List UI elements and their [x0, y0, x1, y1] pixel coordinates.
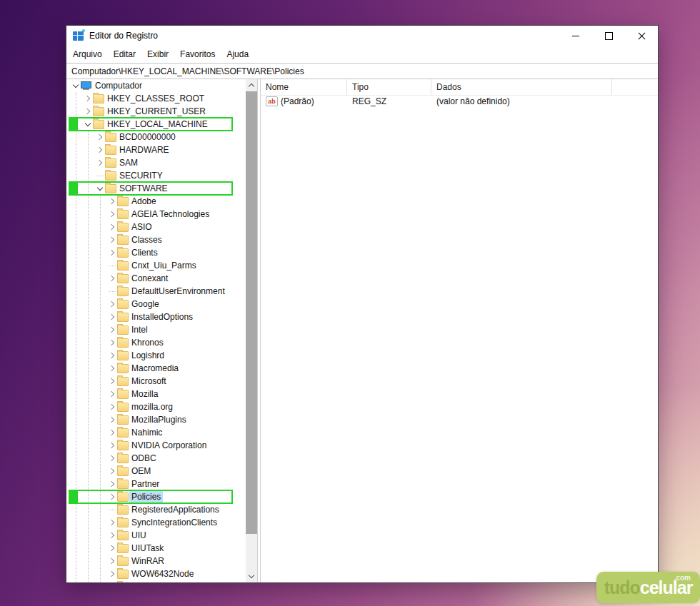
expand-chevron-icon[interactable] — [107, 440, 117, 450]
tree-item-label: UIUTask — [131, 543, 164, 553]
tree-item-odbc[interactable]: ODBC — [66, 452, 246, 465]
expand-chevron-icon[interactable] — [107, 543, 117, 553]
tree-pane: Computador HKEY_CLASSES_ROOT HKEY_CURREN… — [66, 79, 258, 582]
tree-item-clients[interactable]: Clients — [66, 246, 246, 259]
expand-chevron-icon[interactable] — [107, 402, 117, 412]
tree-item-syncintegrationclients[interactable]: SyncIntegrationClients — [66, 516, 246, 529]
expand-chevron-icon[interactable] — [107, 492, 117, 502]
expand-chevron-icon[interactable] — [107, 338, 117, 348]
tree-item-khronos[interactable]: Khronos — [66, 336, 246, 349]
tree-item-security[interactable]: SECURITY — [66, 169, 246, 182]
folder-icon — [105, 183, 117, 193]
expand-chevron-icon[interactable] — [107, 556, 117, 566]
tree-item-macromedia[interactable]: Macromedia — [66, 362, 246, 375]
tree-item-mozilla[interactable]: Mozilla — [66, 388, 246, 400]
tree-item-label: OEM — [131, 466, 151, 476]
expand-chevron-icon[interactable] — [107, 235, 117, 245]
expand-chevron-icon[interactable] — [107, 196, 117, 206]
menu-item-editar[interactable]: Editar — [108, 46, 141, 63]
tree-item-label: mozilla.org — [131, 402, 173, 412]
tree-item-microsoft[interactable]: Microsoft — [66, 375, 246, 388]
tree-scrollbar[interactable] — [246, 79, 257, 582]
expand-chevron-icon[interactable] — [107, 222, 117, 232]
tree-item-google[interactable]: Google — [66, 298, 246, 310]
column-header-tipo[interactable]: Tipo — [347, 79, 431, 95]
menu-item-favoritos[interactable]: Favoritos — [174, 46, 221, 63]
tree-item-nahimic[interactable]: Nahimic — [66, 426, 246, 439]
value-rows: ab(Padrão) REG_SZ (valor não definido) — [261, 95, 658, 582]
expand-chevron-icon[interactable] — [107, 415, 117, 425]
scroll-down-icon[interactable] — [246, 570, 257, 582]
expand-chevron-icon[interactable] — [107, 428, 117, 438]
expand-chevron-icon[interactable] — [107, 569, 117, 579]
tree-item-adobe[interactable]: Adobe — [66, 195, 246, 208]
tree-item-hkey-classes-root[interactable]: HKEY_CLASSES_ROOT — [66, 92, 246, 105]
expand-chevron-icon[interactable] — [107, 363, 117, 373]
tree-item-oem[interactable]: OEM — [66, 465, 246, 478]
expand-chevron-icon[interactable] — [95, 132, 105, 142]
tree-item-conexant[interactable]: Conexant — [66, 272, 246, 285]
expand-chevron-icon[interactable] — [107, 248, 117, 258]
tree-item-partner[interactable]: Partner — [66, 478, 246, 490]
expand-chevron-icon[interactable] — [95, 145, 105, 155]
tree-item-policies[interactable]: Policies — [66, 490, 246, 503]
tree-item-classes[interactable]: Classes — [66, 233, 246, 246]
expand-chevron-icon[interactable] — [107, 453, 117, 463]
expand-chevron-icon[interactable] — [71, 81, 81, 91]
expand-chevron-icon[interactable] — [95, 183, 105, 193]
tree-item-sam[interactable]: SAM — [66, 156, 246, 169]
expand-chevron-icon[interactable] — [107, 273, 117, 283]
expand-chevron-icon[interactable] — [107, 376, 117, 386]
expand-chevron-icon[interactable] — [107, 312, 117, 322]
tree-item-bcd00000000[interactable]: BCD00000000 — [66, 131, 246, 143]
tree-item-uiu[interactable]: UIU — [66, 529, 246, 542]
value-row-padr-o[interactable]: ab(Padrão) REG_SZ (valor não definido) — [261, 95, 658, 108]
tree-item-computador[interactable]: Computador — [66, 79, 246, 92]
address-bar[interactable]: Computador\HKEY_LOCAL_MACHINE\SOFTWARE\P… — [66, 63, 658, 79]
minimize-button[interactable] — [559, 26, 592, 46]
scroll-up-icon[interactable] — [246, 79, 257, 91]
expand-chevron-icon[interactable] — [83, 94, 93, 103]
tree-item-hkey-local-machine[interactable]: HKEY_LOCAL_MACHINE — [66, 118, 246, 131]
tree-item-mozillaplugins[interactable]: MozillaPlugins — [66, 413, 246, 426]
tree-item-ageia-technologies[interactable]: AGEIA Technologies — [66, 208, 246, 221]
expand-chevron-icon[interactable] — [83, 119, 93, 129]
title-bar[interactable]: Editor do Registro — [66, 26, 658, 46]
expand-chevron-icon[interactable] — [107, 389, 117, 399]
tree-item-nvidia-corporation[interactable]: NVIDIA Corporation — [66, 439, 246, 452]
menu-item-arquivo[interactable]: Arquivo — [67, 46, 108, 63]
expand-chevron-icon[interactable] — [107, 325, 117, 335]
expand-chevron-icon[interactable] — [107, 479, 117, 489]
tree-item-hkey-current-user[interactable]: HKEY_CURRENT_USER — [66, 105, 246, 118]
scroll-thumb[interactable] — [246, 91, 257, 534]
expand-chevron-icon[interactable] — [107, 299, 117, 309]
tree-item-cnxt-uiu-parms[interactable]: Cnxt_Uiu_Parms — [66, 259, 246, 272]
tree-item-wow6432node[interactable]: WOW6432Node — [66, 567, 246, 580]
tree-item-intel[interactable]: Intel — [66, 323, 246, 336]
expand-chevron-icon[interactable] — [107, 530, 117, 540]
menu-item-ajuda[interactable]: Ajuda — [221, 46, 254, 63]
tree-item-winrar[interactable]: WinRAR — [66, 555, 246, 567]
expand-chevron-icon[interactable] — [107, 350, 117, 360]
tree-item-mozilla-org[interactable]: mozilla.org — [66, 400, 246, 413]
column-header-dados[interactable]: Dados — [431, 79, 612, 95]
tree-item-registeredapplications[interactable]: RegisteredApplications — [66, 503, 246, 516]
tree-item-logishrd[interactable]: Logishrd — [66, 349, 246, 362]
tree-item-defaultuserenvironment[interactable]: DefaultUserEnvironment — [66, 285, 246, 298]
tree-item-installedoptions[interactable]: InstalledOptions — [66, 310, 246, 323]
expand-chevron-icon[interactable] — [107, 517, 117, 527]
expand-chevron-icon[interactable] — [95, 158, 105, 168]
close-button[interactable] — [625, 26, 658, 46]
tree-item-hardware[interactable]: HARDWARE — [66, 143, 246, 156]
tree-item-item[interactable] — [66, 580, 246, 582]
maximize-button[interactable] — [592, 26, 625, 46]
tree-item-uiutask[interactable]: UIUTask — [66, 542, 246, 555]
menu-item-exibir[interactable]: Exibir — [141, 46, 174, 63]
tree-item-software[interactable]: SOFTWARE — [66, 182, 246, 195]
expand-chevron-icon[interactable] — [107, 466, 117, 476]
expand-chevron-icon[interactable] — [83, 106, 93, 116]
tree-item-label: ASIO — [131, 222, 152, 232]
tree-item-asio[interactable]: ASIO — [66, 221, 246, 233]
column-header-nome[interactable]: Nome — [261, 79, 347, 95]
expand-chevron-icon[interactable] — [107, 209, 117, 219]
